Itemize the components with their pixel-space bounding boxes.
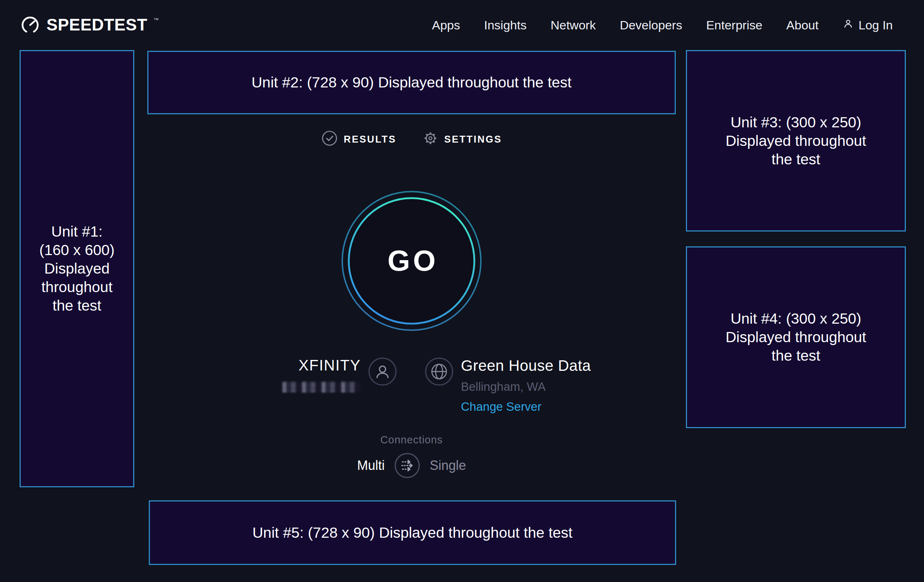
multi-arrows-icon [394,452,420,478]
ad-unit-3[interactable]: Unit #3: (300 x 250) Displayed throughou… [686,50,906,231]
top-nav-bar: SPEEDTEST ™ Apps Insights Network Develo… [0,0,924,50]
ad-unit-1[interactable]: Unit #1: (160 x 600) Displayed throughou… [20,50,134,487]
connection-mode-toggle[interactable] [394,452,420,478]
nav-item-enterprise[interactable]: Enterprise [706,18,762,32]
tab-settings[interactable]: SETTINGS [422,130,502,149]
server-info: Green House Data Bellingham, WA Change S… [461,358,591,414]
go-button[interactable]: GO [339,188,484,333]
ad-unit-4[interactable]: Unit #4: (300 x 250) Displayed throughou… [686,246,906,428]
connections-label: Connections [147,434,676,446]
nav-item-apps[interactable]: Apps [432,18,460,32]
nav-item-insights[interactable]: Insights [484,18,526,32]
server-location: Bellingham, WA [461,380,591,394]
nav-item-developers[interactable]: Developers [620,18,682,32]
ad-unit-5[interactable]: Unit #5: (728 x 90) Displayed throughout… [149,500,676,565]
gauge-icon [20,15,41,37]
ad-unit-3-text: Unit #3: (300 x 250) Displayed throughou… [726,113,866,169]
connections-option-multi[interactable]: Multi [357,458,385,473]
nav-item-network[interactable]: Network [551,18,596,32]
isp-redacted-detail [282,382,361,392]
logo-wordmark: SPEEDTEST [46,13,147,36]
isp-name: XFINITY [282,358,361,373]
gear-icon [422,130,439,149]
login-link[interactable]: Log In [842,18,893,32]
connections-toggle-row: Multi Single [147,452,676,478]
ad-unit-1-text: Unit #1: (160 x 600) Displayed throughou… [39,223,114,315]
view-tabs: RESULTS [147,130,676,149]
ad-unit-2-text: Unit #2: (728 x 90) Displayed throughout… [251,73,572,92]
isp-info: XFINITY [282,358,361,392]
ad-unit-2[interactable]: Unit #2: (728 x 90) Displayed throughout… [147,51,676,114]
server-globe-icon [425,357,454,386]
ad-unit-5-text: Unit #5: (728 x 90) Displayed throughout… [252,524,573,542]
tab-results[interactable]: RESULTS [321,130,396,149]
ad-unit-4-text: Unit #4: (300 x 250) Displayed throughou… [726,310,866,365]
go-button-label: GO [339,188,484,333]
login-label: Log In [858,18,893,32]
logo-trademark: ™ [153,17,159,23]
connections-option-single[interactable]: Single [430,458,466,473]
tab-settings-label: SETTINGS [444,134,502,145]
user-icon [842,18,854,32]
main-nav: Apps Insights Network Developers Enterpr… [432,18,893,32]
check-circle-icon [321,130,338,149]
isp-user-icon [368,357,397,386]
tab-results-label: RESULTS [344,134,396,145]
change-server-link[interactable]: Change Server [461,400,541,414]
speedtest-logo[interactable]: SPEEDTEST ™ [20,13,159,37]
nav-item-about[interactable]: About [787,18,819,32]
server-name: Green House Data [461,358,591,374]
